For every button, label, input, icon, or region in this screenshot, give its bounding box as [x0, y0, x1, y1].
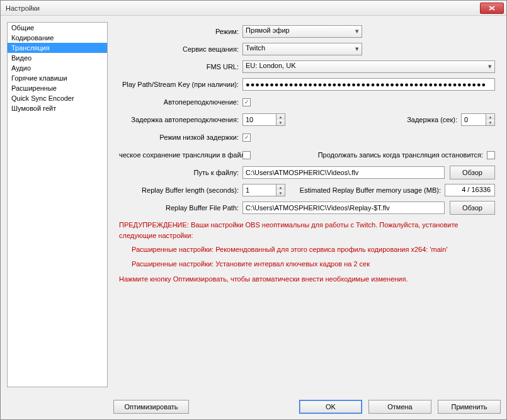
spin-down-icon[interactable]: ▼ — [486, 120, 494, 125]
sidebar-item-general[interactable]: Общие — [8, 23, 107, 33]
autoreconnect-checkbox[interactable]: ✓ — [242, 98, 251, 106]
playpath-label: Play Path/Stream Key (при наличии): — [119, 81, 239, 88]
sidebar-item-audio[interactable]: Аудио — [8, 63, 107, 73]
delay-label: Задержка (сек): — [407, 116, 457, 123]
sidebar: Общие Кодирование Трансляция Видео Аудио… — [7, 22, 108, 387]
replay-length-input[interactable] — [242, 184, 276, 196]
replay-memory-label: Estimated Replay Buffer memory usage (MB… — [300, 186, 441, 194]
apply-button[interactable]: Применить — [438, 400, 501, 414]
browse-file-button[interactable]: Обзор — [450, 166, 495, 179]
savefile-label: ческое сохранение трансляции в файл: — [119, 151, 239, 159]
sidebar-item-encoding[interactable]: Кодирование — [8, 33, 107, 43]
window-title: Настройки — [3, 4, 480, 12]
lowlatency-checkbox[interactable]: ✓ — [242, 133, 251, 142]
sidebar-item-quicksync[interactable]: Quick Sync Encoder — [8, 93, 107, 103]
spin-up-icon[interactable]: ▲ — [486, 114, 494, 120]
sidebar-item-hotkeys[interactable]: Горячие клавиши — [8, 73, 107, 83]
keeprecord-checkbox[interactable] — [487, 151, 495, 159]
sidebar-item-noisegate[interactable]: Шумовой гейт — [8, 103, 107, 113]
mode-label: Режим: — [119, 28, 239, 35]
sidebar-item-video[interactable]: Видео — [8, 53, 107, 63]
autoreconnect-delay-input[interactable] — [242, 113, 276, 126]
warning-line1: ПРЕДУПРЕЖДЕНИЕ: Ваши настройки OBS неопт… — [119, 220, 495, 241]
autoreconnect-delay-label: Задержка автопереподключения: — [119, 116, 239, 123]
warning-line2: Расширенные настройки: Рекомендованный д… — [132, 244, 495, 255]
service-select[interactable]: Twitch — [242, 43, 362, 55]
replay-path-label: Replay Buffer File Path: — [119, 204, 239, 212]
replay-memory-value: 4 / 16336 — [445, 184, 495, 196]
sidebar-item-advanced[interactable]: Расширенные — [8, 83, 107, 93]
mode-select[interactable]: Прямой эфир — [242, 25, 362, 38]
warning-line3: Расширенные настройки: Установите интерв… — [132, 259, 495, 270]
fms-select[interactable]: EU: London, UK — [242, 60, 495, 73]
sidebar-item-broadcast[interactable]: Трансляция — [8, 43, 107, 53]
filepath-label: Путь к файлу: — [119, 169, 239, 176]
warning-action: Нажмите кнопку Оптимизировать, чтобы авт… — [119, 274, 495, 285]
keeprecord-label: Продолжать запись когда трансляция остан… — [318, 151, 483, 159]
ok-button[interactable]: OK — [299, 400, 362, 414]
warning-text: ПРЕДУПРЕЖДЕНИЕ: Ваши настройки OBS неопт… — [119, 220, 495, 285]
playpath-input[interactable] — [242, 78, 495, 91]
lowlatency-label: Режим низкой задержки: — [119, 133, 239, 141]
spin-up-icon[interactable]: ▲ — [276, 184, 285, 190]
autoreconnect-label: Автопереподключение: — [119, 98, 239, 106]
replay-length-label: Replay Buffer length (seconds): — [119, 186, 239, 194]
fms-label: FMS URL: — [119, 63, 239, 71]
spin-down-icon[interactable]: ▼ — [276, 190, 285, 196]
spin-down-icon[interactable]: ▼ — [276, 120, 285, 125]
browse-replay-button[interactable]: Обзор — [450, 201, 495, 215]
spin-up-icon[interactable]: ▲ — [276, 114, 285, 120]
replay-path-input[interactable] — [242, 201, 445, 214]
close-button[interactable] — [480, 3, 504, 14]
savefile-checkbox[interactable] — [242, 151, 251, 159]
cancel-button[interactable]: Отмена — [368, 400, 431, 414]
optimize-button[interactable]: Оптимизировать — [113, 400, 189, 414]
filepath-input[interactable] — [242, 166, 445, 179]
service-label: Сервис вещания: — [119, 45, 239, 53]
delay-input[interactable] — [461, 113, 486, 126]
